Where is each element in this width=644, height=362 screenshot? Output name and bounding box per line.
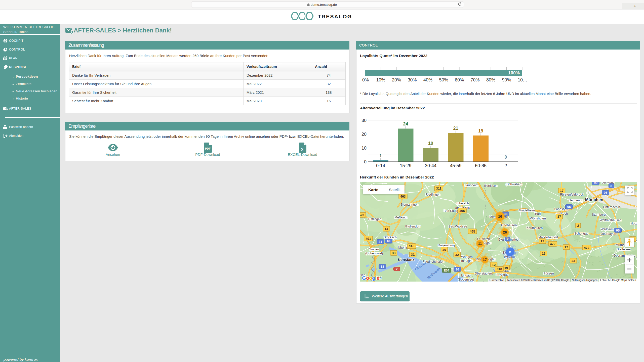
svg-text:E54: E54 xyxy=(444,269,449,272)
svg-text:(Hohentwiel): (Hohentwiel) xyxy=(365,252,383,255)
svg-text:310: 310 xyxy=(497,267,502,271)
svg-text:12: 12 xyxy=(492,263,496,267)
svg-text:Wolfratshausen: Wolfratshausen xyxy=(600,218,622,222)
svg-text:19: 19 xyxy=(504,266,508,270)
svg-text:Meßkirch: Meßkirch xyxy=(394,216,407,219)
svg-text:München: München xyxy=(585,197,603,202)
svg-text:(Bodensee): (Bodensee) xyxy=(458,278,474,281)
svg-text:Bad Waldsee: Bad Waldsee xyxy=(449,225,467,228)
svg-text:50%: 50% xyxy=(439,77,448,82)
svg-text:17: 17 xyxy=(560,189,564,193)
svg-text:l: l xyxy=(375,275,377,281)
svg-text:2: 2 xyxy=(577,224,579,228)
svg-text:Unterhachin: Unterhachin xyxy=(603,205,620,209)
svg-text:16: 16 xyxy=(542,252,545,255)
svg-text:96: 96 xyxy=(604,191,607,195)
svg-text:96: 96 xyxy=(567,205,571,209)
svg-text:e: e xyxy=(377,275,380,281)
svg-text:Kurzbefehle: Kurzbefehle xyxy=(489,279,504,282)
svg-text:0: 0 xyxy=(364,159,367,164)
svg-text:81: 81 xyxy=(379,240,382,244)
svg-text:Kaufbeuren: Kaufbeuren xyxy=(527,226,543,230)
svg-text:10: 10 xyxy=(428,141,433,146)
svg-text:23: 23 xyxy=(572,259,575,263)
svg-text:19: 19 xyxy=(478,128,483,133)
svg-text:96: 96 xyxy=(456,268,459,271)
svg-text:465: 465 xyxy=(459,209,465,213)
svg-text:Biberach: Biberach xyxy=(456,202,469,205)
svg-text:0%: 0% xyxy=(362,77,369,82)
svg-text:im Allgäu: im Allgäu xyxy=(496,273,509,277)
svg-text:10%: 10% xyxy=(376,77,385,82)
svg-text:472: 472 xyxy=(550,242,555,246)
svg-text:24: 24 xyxy=(403,121,408,126)
svg-text:32: 32 xyxy=(455,253,459,257)
svg-text:Illertissen: Illertissen xyxy=(484,184,498,188)
svg-text:14: 14 xyxy=(385,227,388,231)
svg-text:31: 31 xyxy=(411,253,415,256)
svg-text:Bad: Bad xyxy=(535,212,541,216)
svg-text:80%: 80% xyxy=(486,77,495,82)
svg-text:17: 17 xyxy=(557,215,561,218)
svg-text:Mindelheim: Mindelheim xyxy=(519,209,535,212)
svg-text:Satellit: Satellit xyxy=(389,188,401,192)
svg-text:?: ? xyxy=(504,163,507,168)
svg-text:Fürstenfeldbruck: Fürstenfeldbruck xyxy=(560,193,584,196)
svg-text:30-44: 30-44 xyxy=(425,163,436,168)
svg-text:100%: 100% xyxy=(508,70,520,75)
svg-text:Oberstaufen: Oberstaufen xyxy=(475,272,492,275)
svg-text:98: 98 xyxy=(387,240,390,243)
svg-text:20%: 20% xyxy=(392,77,401,82)
svg-text:PDF: PDF xyxy=(205,147,211,150)
svg-text:12: 12 xyxy=(541,239,544,243)
svg-text:13: 13 xyxy=(381,265,384,268)
svg-text:60-85: 60-85 xyxy=(475,163,487,168)
svg-text:20: 20 xyxy=(361,132,367,137)
svg-text:Staffelsee: Staffelsee xyxy=(617,248,630,251)
svg-text:60%: 60% xyxy=(455,77,464,82)
svg-text:Riedlingen: Riedlingen xyxy=(425,193,440,196)
svg-text:Fehler bei Google Maps melden: Fehler bei Google Maps melden xyxy=(600,279,636,282)
svg-text:Oberbayern: Oberbayern xyxy=(600,232,617,236)
svg-text:17: 17 xyxy=(565,245,568,249)
svg-text:Singen: Singen xyxy=(369,248,379,251)
svg-text:Kartendaten © 2023 GeoBasis-DE: Kartendaten © 2023 GeoBasis-DE/BKG (©200… xyxy=(507,279,569,282)
svg-text:1: 1 xyxy=(379,153,382,158)
svg-text:5: 5 xyxy=(509,250,511,254)
svg-text:15-29: 15-29 xyxy=(400,163,411,168)
svg-text:Wangen: Wangen xyxy=(461,255,473,259)
svg-text:70%: 70% xyxy=(470,77,479,82)
svg-text:40%: 40% xyxy=(423,77,432,82)
svg-text:472: 472 xyxy=(584,246,589,250)
svg-text:Wörishofen: Wörishofen xyxy=(530,217,546,220)
svg-text:465: 465 xyxy=(470,230,475,233)
svg-text:G: G xyxy=(362,275,366,281)
svg-text:8: 8 xyxy=(611,184,612,188)
svg-text:90%: 90% xyxy=(502,77,511,82)
svg-text:11: 11 xyxy=(478,242,482,246)
svg-text:311: 311 xyxy=(436,187,441,190)
svg-text:30: 30 xyxy=(442,248,446,252)
svg-text:Füssen: Füssen xyxy=(544,272,554,275)
svg-text:Nutzungsbedingungen: Nutzungsbedingungen xyxy=(572,279,597,282)
svg-text:Laupheim: Laupheim xyxy=(465,184,478,187)
svg-text:45-59: 45-59 xyxy=(450,163,461,168)
svg-text:10: 10 xyxy=(361,146,367,151)
svg-text:T: T xyxy=(636,256,637,260)
svg-text:30: 30 xyxy=(361,118,367,123)
svg-text:33: 33 xyxy=(392,251,395,255)
svg-text:7: 7 xyxy=(396,267,398,271)
svg-text:im Allgäu: im Allgäu xyxy=(461,259,473,263)
svg-text:o: o xyxy=(366,275,369,281)
svg-text:30%: 30% xyxy=(408,77,417,82)
svg-text:523: 523 xyxy=(360,213,364,217)
svg-text:26: 26 xyxy=(503,230,507,234)
svg-text:Germering: Germering xyxy=(568,199,583,202)
svg-text:491: 491 xyxy=(366,237,371,241)
svg-text:17: 17 xyxy=(483,258,487,262)
svg-text:0-14: 0-14 xyxy=(376,163,385,168)
svg-text:Pfullendorf: Pfullendorf xyxy=(405,225,420,228)
svg-text:Starnberg: Starnberg xyxy=(592,213,606,216)
svg-text:(Schwaben): (Schwaben) xyxy=(506,183,522,186)
svg-text:Lindau: Lindau xyxy=(461,274,471,277)
